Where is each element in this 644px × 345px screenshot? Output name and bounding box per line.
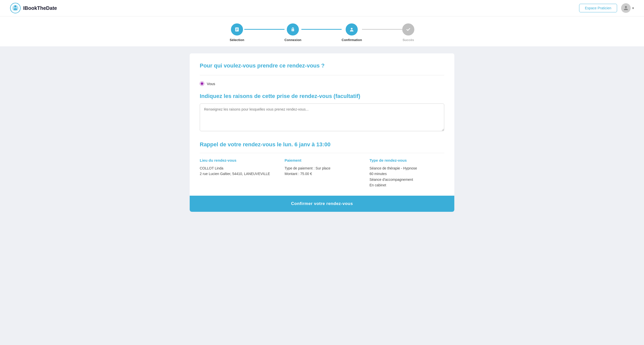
step-selection: Sélection	[230, 23, 244, 42]
main-card: Pour qui voulez-vous prendre ce rendez-v…	[190, 53, 454, 212]
logo-text: IBookTheDate	[23, 5, 57, 11]
svg-point-2	[14, 5, 16, 7]
step-confirmation-label: Confirmation	[342, 38, 362, 42]
connector-1	[244, 29, 285, 30]
divider-1	[200, 75, 444, 75]
radio-vous[interactable]	[200, 81, 204, 86]
logo-area: IBookTheDate	[10, 3, 57, 13]
payment-amount: Montant : 75.00 €	[285, 171, 359, 177]
step-connexion: Connexion	[285, 23, 301, 42]
reminder-title: Rappel de votre rendez-vous le lun. 6 ja…	[200, 141, 444, 148]
header: IBookTheDate Espace Praticien ▾	[0, 0, 644, 16]
reasons-textarea[interactable]	[200, 104, 444, 131]
appointment-type-line1: Séance de thérapie - Hypnose	[370, 165, 444, 171]
connector-3	[362, 29, 402, 30]
step-succes-circle	[402, 23, 414, 36]
reminder-section: Rappel de votre rendez-vous le lun. 6 ja…	[200, 141, 444, 188]
card-inner: Pour qui voulez-vous prendre ce rendez-v…	[190, 53, 454, 196]
confirm-button[interactable]: Confirmer votre rendez-vous	[190, 196, 454, 212]
location-address: 2 rue Lucien Galtier, 54410, LANEUVEVILL…	[200, 171, 274, 177]
appointment-type-title: Type de rendez-vous	[370, 158, 444, 162]
radio-vous-label: Vous	[207, 82, 215, 86]
appointment-type-line3: Séance d'accompagnement	[370, 177, 444, 182]
payment-type: Type de paiement : Sur place	[285, 165, 359, 171]
location-title: Lieu du rendez-vous	[200, 158, 274, 162]
step-connexion-label: Connexion	[285, 38, 301, 42]
step-confirmation-circle	[346, 23, 358, 36]
reminder-cols: Lieu du rendez-vous COLLOT Linda 2 rue L…	[200, 158, 444, 188]
step-succes-label: Succès	[403, 38, 414, 42]
svg-point-3	[625, 6, 627, 8]
connector-2	[301, 29, 342, 30]
payment-col: Paiement Type de paiement : Sur place Mo…	[285, 158, 359, 188]
svg-point-10	[351, 28, 353, 30]
stepper: Sélection Connexion Confi	[230, 23, 414, 42]
for-whom-section: Pour qui voulez-vous prendre ce rendez-v…	[200, 62, 444, 86]
espace-praticien-button[interactable]: Espace Praticien	[579, 4, 617, 12]
step-confirmation: Confirmation	[342, 23, 362, 42]
reasons-section: Indiquez les raisons de cette prise de r…	[200, 93, 444, 132]
radio-row-vous: Vous	[200, 81, 444, 86]
step-connexion-circle	[287, 23, 299, 36]
logo-icon	[10, 3, 21, 13]
appointment-type-line2: 60 minutes	[370, 171, 444, 177]
user-menu[interactable]: ▾	[621, 3, 634, 13]
location-name: COLLOT Linda	[200, 165, 274, 171]
step-selection-circle	[231, 23, 243, 36]
header-right: Espace Praticien ▾	[579, 3, 634, 13]
for-whom-title: Pour qui voulez-vous prendre ce rendez-v…	[200, 62, 444, 69]
reasons-title: Indiquez les raisons de cette prise de r…	[200, 93, 444, 99]
step-succes: Succès	[402, 23, 414, 42]
appointment-type-line4: En cabinet	[370, 182, 444, 188]
payment-title: Paiement	[285, 158, 359, 162]
step-selection-label: Sélection	[230, 38, 244, 42]
location-col: Lieu du rendez-vous COLLOT Linda 2 rue L…	[200, 158, 274, 188]
divider-2	[200, 153, 444, 153]
svg-point-9	[293, 30, 293, 30]
main-content: Pour qui voulez-vous prendre ce rendez-v…	[184, 53, 460, 212]
avatar	[621, 3, 631, 13]
appointment-type-col: Type de rendez-vous Séance de thérapie -…	[370, 158, 444, 188]
chevron-down-icon: ▾	[632, 6, 634, 10]
confirm-btn-area: Confirmer votre rendez-vous	[190, 196, 454, 212]
stepper-area: Sélection Connexion Confi	[0, 16, 644, 46]
